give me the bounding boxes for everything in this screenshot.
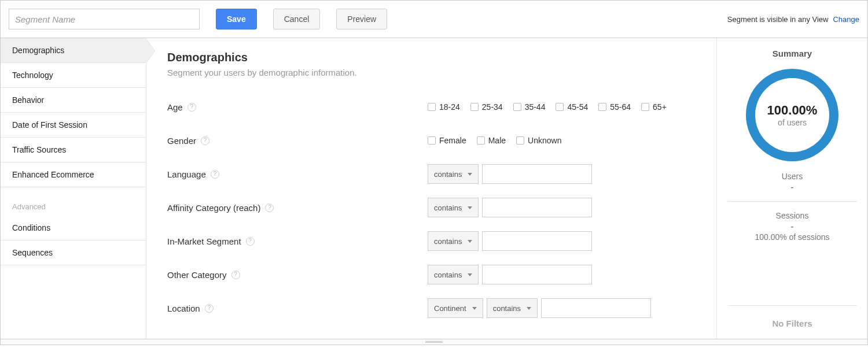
affinity-value-input[interactable] — [482, 198, 592, 217]
summary-donut-chart: 100.00% of users — [746, 69, 838, 161]
select-value: Continent — [434, 304, 466, 313]
location-label: Location — [167, 304, 200, 313]
language-operator-select[interactable]: contains — [428, 164, 479, 184]
chevron-down-icon — [527, 307, 531, 310]
checkbox-label: 18-24 — [439, 102, 460, 112]
sidebar-item-behavior[interactable]: Behavior — [1, 88, 146, 113]
other-operator-select[interactable]: contains — [428, 265, 479, 284]
checkbox-icon — [598, 103, 606, 111]
sidebar-group-advanced: Advanced — [1, 187, 146, 216]
checkbox-icon — [641, 103, 649, 111]
sidebar-item-label: Conditions — [12, 223, 50, 232]
help-icon[interactable]: ? — [265, 203, 274, 212]
select-value: contains — [434, 237, 462, 246]
segment-name-input[interactable] — [9, 9, 200, 29]
checkbox-label: Female — [439, 136, 466, 145]
age-option-25-34[interactable]: 25-34 — [470, 102, 503, 112]
sidebar-item-label: Date of First Session — [12, 120, 87, 129]
resize-handle[interactable] — [1, 339, 867, 345]
checkbox-label: Male — [488, 136, 506, 145]
preview-button[interactable]: Preview — [336, 9, 387, 29]
checkbox-label: 65+ — [653, 102, 667, 112]
inmarket-operator-select[interactable]: contains — [428, 231, 479, 251]
location-scope-select[interactable]: Continent — [428, 298, 483, 318]
age-option-18-24[interactable]: 18-24 — [428, 102, 460, 112]
checkbox-label: Unknown — [528, 136, 561, 145]
sidebar-item-label: Sequences — [12, 248, 53, 257]
checkbox-icon — [428, 103, 436, 111]
other-category-label: Other Category — [167, 270, 227, 280]
affinity-operator-select[interactable]: contains — [428, 198, 479, 217]
help-icon[interactable]: ? — [187, 103, 196, 112]
help-icon[interactable]: ? — [205, 304, 214, 313]
chevron-down-icon — [472, 307, 477, 310]
sidebar-item-label: Traffic Sources — [12, 145, 66, 154]
help-icon[interactable]: ? — [211, 170, 219, 179]
sidebar-item-date-first-session[interactable]: Date of First Session — [1, 113, 146, 138]
location-operator-select[interactable]: contains — [487, 298, 538, 318]
sidebar-item-sequences[interactable]: Sequences — [1, 240, 146, 265]
other-value-input[interactable] — [482, 265, 592, 284]
visibility-text: Segment is visible in any View — [727, 15, 829, 24]
no-filters-text: No Filters — [727, 305, 857, 328]
language-label: Language — [167, 169, 206, 179]
cancel-button[interactable]: Cancel — [273, 9, 321, 29]
sessions-percent: 100.00% of sessions — [727, 232, 857, 242]
inmarket-label: In-Market Segment — [167, 236, 241, 246]
checkbox-label: 45-54 — [567, 102, 588, 112]
gender-option-female[interactable]: Female — [428, 136, 466, 145]
select-value: contains — [434, 271, 462, 279]
age-option-35-44[interactable]: 35-44 — [513, 102, 546, 112]
sessions-label: Sessions — [727, 211, 857, 220]
chevron-down-icon — [468, 240, 472, 243]
sidebar-item-label: Demographics — [12, 46, 64, 55]
sidebar-item-label: Behavior — [12, 95, 44, 105]
panel-title: Demographics — [167, 51, 699, 64]
sidebar-item-label: Enhanced Ecommerce — [12, 170, 94, 179]
checkbox-icon — [428, 136, 436, 145]
checkbox-label: 55-64 — [610, 102, 631, 112]
gender-option-unknown[interactable]: Unknown — [516, 136, 561, 145]
checkbox-label: 35-44 — [525, 102, 546, 112]
sidebar-item-label: Technology — [12, 71, 53, 80]
sidebar-item-technology[interactable]: Technology — [1, 63, 146, 88]
gender-option-male[interactable]: Male — [477, 136, 506, 145]
main-panel: Demographics Segment your users by demog… — [146, 38, 717, 339]
users-label: Users — [727, 172, 857, 181]
save-button[interactable]: Save — [216, 9, 257, 29]
age-label: Age — [167, 102, 183, 112]
checkbox-icon — [513, 103, 521, 111]
change-visibility-link[interactable]: Change — [833, 15, 859, 24]
sidebar-item-enhanced-ecommerce[interactable]: Enhanced Ecommerce — [1, 162, 146, 187]
summary-panel: Summary 100.00% of users Users - Session… — [717, 38, 867, 339]
summary-title: Summary — [727, 49, 857, 58]
sidebar-item-demographics[interactable]: Demographics — [1, 38, 146, 63]
gender-label: Gender — [167, 136, 196, 146]
language-value-input[interactable] — [482, 164, 592, 184]
help-icon[interactable]: ? — [231, 271, 240, 279]
checkbox-icon — [470, 103, 479, 111]
help-icon[interactable]: ? — [201, 136, 209, 145]
sidebar-item-traffic-sources[interactable]: Traffic Sources — [1, 138, 146, 162]
chevron-down-icon — [468, 173, 472, 176]
inmarket-value-input[interactable] — [482, 231, 592, 251]
select-value: contains — [434, 203, 462, 212]
sidebar: Demographics Technology Behavior Date of… — [1, 38, 146, 339]
location-value-input[interactable] — [541, 298, 651, 318]
chevron-down-icon — [468, 273, 472, 276]
help-icon[interactable]: ? — [246, 237, 255, 246]
checkbox-icon — [477, 136, 485, 145]
checkbox-label: 25-34 — [482, 102, 503, 112]
checkbox-icon — [516, 136, 524, 145]
age-option-45-54[interactable]: 45-54 — [556, 102, 588, 112]
age-option-65plus[interactable]: 65+ — [641, 102, 667, 112]
sidebar-item-conditions[interactable]: Conditions — [1, 216, 146, 240]
select-value: contains — [493, 304, 521, 313]
affinity-label: Affinity Category (reach) — [167, 203, 260, 213]
summary-percent-sub: of users — [778, 118, 807, 127]
age-option-55-64[interactable]: 55-64 — [598, 102, 631, 112]
sessions-value: - — [727, 221, 857, 231]
checkbox-icon — [556, 103, 564, 111]
users-value: - — [727, 182, 857, 192]
panel-subtitle: Segment your users by demographic inform… — [167, 68, 699, 77]
